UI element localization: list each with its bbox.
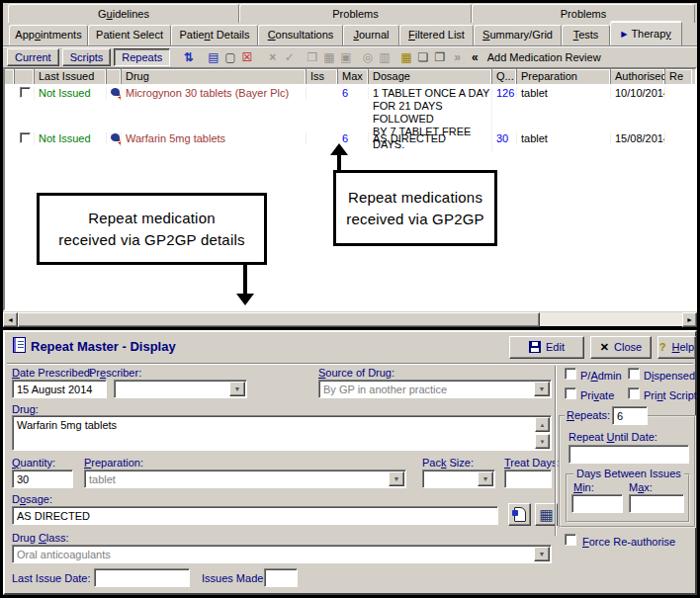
p-admin-checkbox[interactable] <box>565 368 576 380</box>
find-icon[interactable]: ◎ <box>359 48 376 66</box>
dropdown-icon[interactable]: ▼ <box>534 547 550 561</box>
delete-script-icon[interactable]: ☒ <box>238 48 255 66</box>
drug-ladder-icon[interactable]: ▦ <box>397 48 414 66</box>
preparation-combo[interactable]: tablet▼ <box>84 470 406 488</box>
edit-button[interactable]: Edit <box>509 336 584 359</box>
active-tab-arrow-icon: ▶ <box>621 30 627 39</box>
tab-consultations[interactable]: Consultations <box>258 25 343 45</box>
dropdown-icon[interactable]: ▼ <box>389 471 404 486</box>
dosage-lookup-button[interactable] <box>508 503 531 526</box>
prescriber-combo[interactable]: ▼ <box>114 380 247 398</box>
goto-script-icon[interactable]: ❏ <box>414 48 431 66</box>
tab-patient-select[interactable]: Patient Select <box>88 25 171 45</box>
close-button[interactable]: ✕Close <box>590 336 652 359</box>
new-script-icon[interactable]: ▢ <box>221 48 238 66</box>
quantity-field[interactable]: 30 <box>12 470 73 488</box>
reauthorise-icon[interactable]: ❐ <box>431 48 448 66</box>
tab-problems-1[interactable]: Problems <box>239 4 472 23</box>
therapy-toolbar: Current Scripts Repeats ⇅ ▤ ▢ ☒ × ✓ ❒ ▦ … <box>3 45 697 67</box>
repeats-button[interactable]: Repeats <box>114 48 170 66</box>
confirm-icon[interactable]: ✓ <box>281 48 298 66</box>
last-issue-date-field[interactable] <box>94 568 190 587</box>
dropdown-icon[interactable]: ▼ <box>229 382 245 396</box>
toolbar-collapse-icon[interactable]: « <box>472 50 479 64</box>
force-reauthorise-checkbox[interactable] <box>565 534 576 546</box>
calendar-icon[interactable]: ▦ <box>320 48 337 66</box>
add-medication-review-label[interactable]: Add Medication Review <box>487 51 601 63</box>
dropdown-icon[interactable]: ▼ <box>478 471 493 486</box>
table-row-warfarin[interactable]: Not Issued Warfarin 5mg tablets 6 AS DIR… <box>5 129 695 149</box>
toolbar-more-icon[interactable]: » <box>454 50 461 64</box>
max-field[interactable] <box>629 494 684 513</box>
header-max[interactable]: Max <box>338 69 369 84</box>
copy-icon[interactable]: ❒ <box>304 48 320 66</box>
gp2gp-medication-icon <box>107 132 122 147</box>
drug-cell: Warfarin 5mg tablets <box>122 132 306 144</box>
source-of-drug-value: By GP in another practice <box>323 384 447 395</box>
tab-summary-grid[interactable]: Summary/Grid <box>474 25 562 45</box>
pack-size-combo[interactable]: ▼ <box>422 470 495 488</box>
row-select-cell <box>15 132 35 145</box>
date-prescribed-field[interactable]: 15 August 2014 <box>12 380 107 398</box>
tab-therapy[interactable]: ▶Therapy <box>610 21 682 45</box>
scripts-button[interactable]: Scripts <box>62 48 112 66</box>
tab-patient-details[interactable]: Patient Details <box>171 25 258 45</box>
repeat-until-date-label: Repeat Until Date: <box>569 431 657 443</box>
date-prescribed-label: Date Prescribed: <box>12 367 93 379</box>
sort-scripts-icon[interactable]: ⇅ <box>180 48 197 66</box>
header-repeats[interactable]: Re <box>665 69 692 84</box>
tab-journal[interactable]: Journal <box>343 25 399 45</box>
add-script-icon[interactable]: ▤ <box>205 48 221 66</box>
panel-divider <box>555 366 557 536</box>
drug-class-combo[interactable]: Oral anticoagulants▼ <box>12 545 552 563</box>
tab-row-top: Guidelines Problems Problems <box>3 3 697 23</box>
tab-appointments[interactable]: Appointments <box>9 25 88 45</box>
repeats-field[interactable]: 6 <box>612 406 648 425</box>
header-last-issued[interactable]: Last Issued <box>35 69 107 84</box>
treat-days-field[interactable] <box>504 470 552 488</box>
row-margin <box>5 132 15 133</box>
current-button[interactable]: Current <box>7 48 59 66</box>
print-script-checkbox[interactable] <box>628 387 640 399</box>
tab-filtered-list[interactable]: Filtered List <box>399 25 474 45</box>
scrollbar-thumb[interactable] <box>18 312 540 327</box>
dosage-field[interactable]: AS DIRECTED <box>12 506 498 525</box>
close-icon: ✕ <box>600 341 609 353</box>
row-checkbox[interactable] <box>20 132 31 143</box>
tab-guidelines[interactable]: Guidelines <box>8 4 239 23</box>
header-spacer-2 <box>15 69 35 84</box>
scroll-down-icon[interactable]: ▼ <box>535 434 550 449</box>
help-icon: ? <box>659 341 666 353</box>
table-row-microgynon[interactable]: Not Issued Microgynon 30 tablets (Bayer … <box>5 84 695 129</box>
dispensed-checkbox[interactable] <box>628 368 640 380</box>
drug-textarea[interactable]: Warfarin 5mg tablets▲▼ <box>12 415 552 451</box>
header-quantity[interactable]: Q... <box>492 69 517 84</box>
dropdown-icon[interactable]: ▼ <box>534 382 550 396</box>
calculator-icon: ▦ <box>539 506 553 523</box>
formulary-icon[interactable]: ▥ <box>376 48 393 66</box>
max-cell: 6 <box>338 87 369 99</box>
row-select-cell <box>15 87 35 100</box>
close-button-label: Close <box>614 341 642 353</box>
header-authorised[interactable]: Authorised <box>611 69 665 84</box>
header-drug[interactable]: Drug <box>122 69 306 84</box>
scroll-right-button[interactable]: ► <box>682 312 697 327</box>
scroll-up-icon[interactable]: ▲ <box>535 417 550 432</box>
help-button[interactable]: ?Help <box>657 336 696 359</box>
print-icon[interactable]: ▣ <box>337 48 354 66</box>
repeat-until-date-field[interactable] <box>569 445 689 464</box>
tab-tests[interactable]: Tests <box>562 25 610 45</box>
issues-made-field[interactable] <box>264 568 298 587</box>
min-field[interactable] <box>571 494 623 513</box>
header-iss[interactable]: Iss <box>306 69 338 84</box>
header-dosage[interactable]: Dosage <box>369 69 492 84</box>
private-checkbox[interactable] <box>565 387 576 399</box>
days-between-issues-label: Days Between Issues <box>573 468 684 479</box>
scroll-left-button[interactable]: ◄ <box>3 312 18 327</box>
horizontal-scrollbar[interactable]: ◄ ► <box>3 311 697 326</box>
row-checkbox[interactable] <box>20 87 31 98</box>
header-preparation[interactable]: Preparation <box>517 69 611 84</box>
cancel-icon[interactable]: × <box>264 48 281 66</box>
source-of-drug-combo[interactable]: By GP in another practice▼ <box>318 380 552 398</box>
gp2gp-medication-icon <box>107 87 122 102</box>
